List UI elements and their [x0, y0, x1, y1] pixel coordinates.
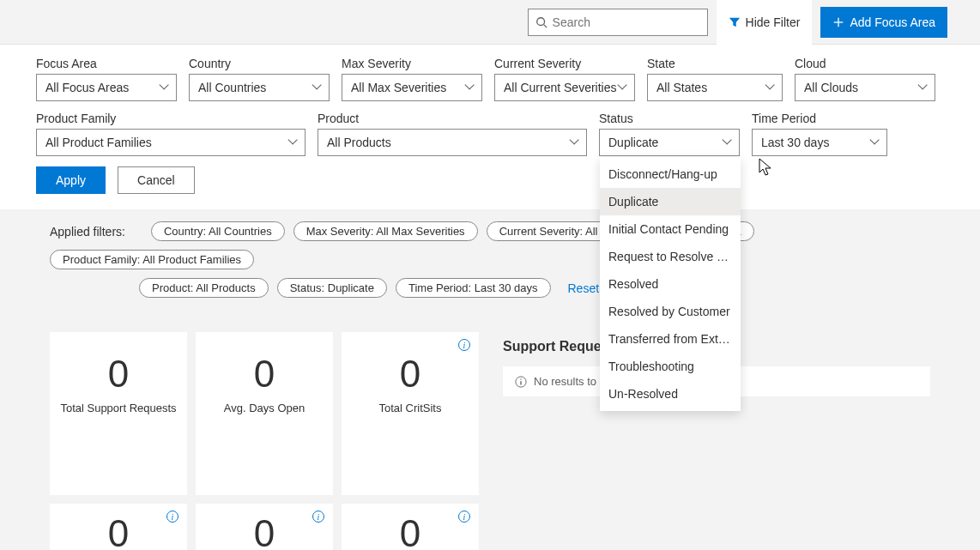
- metric-value: 0: [400, 512, 420, 550]
- filter-label: Current Severity: [494, 57, 635, 70]
- cancel-button[interactable]: Cancel: [118, 166, 195, 194]
- info-icon: [515, 376, 527, 388]
- info-icon[interactable]: i: [458, 511, 470, 523]
- applied-chip[interactable]: Status: Duplicate: [277, 278, 387, 298]
- filter-label: Country: [189, 57, 330, 70]
- filter-state: State All States: [647, 57, 783, 101]
- filter-panel: Focus Area All Focus Areas Country All C…: [0, 45, 980, 209]
- metric-value: 0: [108, 353, 129, 396]
- product-family-dropdown[interactable]: All Product Families: [36, 129, 305, 156]
- search-input[interactable]: [553, 15, 703, 29]
- svg-point-6: [520, 378, 521, 379]
- focus-area-dropdown[interactable]: All Focus Areas: [36, 74, 177, 101]
- chevron-down-icon: [569, 138, 578, 147]
- metric-label: Total CritSits: [372, 401, 449, 416]
- filter-label: Product: [318, 112, 587, 125]
- filter-focus-area: Focus Area All Focus Areas: [36, 57, 177, 101]
- status-dropdown-menu[interactable]: Disconnect/Hang-upDuplicateInitial Conta…: [600, 157, 741, 411]
- current-severity-dropdown[interactable]: All Current Severities: [494, 74, 635, 101]
- time-period-dropdown[interactable]: Last 30 days: [752, 129, 887, 156]
- cloud-dropdown[interactable]: All Clouds: [795, 74, 935, 101]
- applied-filters-label: Applied filters:: [50, 225, 125, 239]
- metric-card: 0Total Support Requests: [50, 332, 187, 495]
- state-dropdown[interactable]: All States: [647, 74, 783, 101]
- filter-status: Status Duplicate Disconnect/Hang-upDupli…: [599, 112, 740, 156]
- plus-icon: [832, 16, 844, 28]
- product-dropdown[interactable]: All Products: [318, 129, 587, 156]
- search-box[interactable]: [528, 9, 708, 36]
- status-option[interactable]: Duplicate: [600, 188, 741, 215]
- info-icon[interactable]: i: [458, 339, 470, 351]
- filter-country: Country All Countries: [189, 57, 330, 101]
- metric-value: 0: [108, 512, 129, 550]
- filter-label: Status: [599, 112, 740, 125]
- status-option[interactable]: Request to Resolve By C...: [600, 243, 741, 270]
- applied-chip[interactable]: Max Severity: All Max Severities: [293, 221, 478, 241]
- chevron-down-icon: [287, 138, 296, 147]
- filter-time-period: Time Period Last 30 days: [752, 112, 887, 156]
- metric-value: 0: [400, 353, 420, 396]
- add-focus-label: Add Focus Area: [850, 15, 935, 29]
- filter-label: Cloud: [795, 57, 935, 70]
- metric-card: i0Support Requests Open >10 Days: [50, 504, 187, 550]
- filter-label: State: [647, 57, 783, 70]
- chevron-down-icon: [722, 138, 730, 147]
- chevron-down-icon: [312, 83, 320, 92]
- status-option[interactable]: Transferred from External: [600, 325, 741, 353]
- filter-product: Product All Products: [318, 112, 587, 156]
- content-area: 0Total Support Requests0Avg. Days Openi0…: [0, 322, 980, 550]
- status-option[interactable]: Resolved: [600, 270, 741, 298]
- chevron-down-icon: [765, 83, 773, 92]
- filter-label: Focus Area: [36, 57, 177, 70]
- applied-filters-bar: Applied filters: Country: All Countries …: [0, 209, 980, 322]
- chevron-down-icon: [869, 138, 878, 147]
- metric-card: i0Total CritSits: [342, 332, 479, 495]
- metric-value: 0: [254, 353, 275, 396]
- status-option[interactable]: Initial Contact Pending: [600, 215, 741, 243]
- search-icon: [535, 16, 547, 28]
- metric-value: 0: [254, 512, 275, 550]
- country-dropdown[interactable]: All Countries: [189, 74, 330, 101]
- hide-filter-label: Hide Filter: [746, 15, 801, 29]
- applied-chip[interactable]: Product Family: All Product Families: [50, 250, 254, 269]
- metric-card: i0Crit Elapsed Minutes: [342, 504, 479, 550]
- max-severity-dropdown[interactable]: All Max Severities: [342, 74, 482, 101]
- chevron-down-icon: [159, 83, 167, 92]
- hide-filter-button[interactable]: Hide Filter: [717, 0, 813, 45]
- metric-card: i0Support Requests Without Contact >3: [196, 504, 333, 550]
- top-bar: Hide Filter Add Focus Area: [0, 0, 980, 45]
- status-option[interactable]: Troubleshooting: [600, 353, 741, 380]
- applied-chip[interactable]: Country: All Countries: [151, 221, 285, 241]
- info-icon[interactable]: i: [312, 511, 324, 523]
- metric-label: Total Support Requests: [53, 401, 183, 416]
- filter-label: Max Severity: [342, 57, 482, 70]
- status-option[interactable]: Disconnect/Hang-up: [600, 160, 741, 188]
- filter-cloud: Cloud All Clouds: [795, 57, 935, 101]
- filter-label: Product Family: [36, 112, 305, 125]
- metric-label: Avg. Days Open: [217, 401, 312, 416]
- chevron-down-icon: [464, 83, 473, 92]
- metric-cards-grid: 0Total Support Requests0Avg. Days Openi0…: [50, 332, 479, 550]
- filter-icon: [729, 16, 741, 28]
- svg-point-0: [536, 17, 544, 25]
- filter-current-severity: Current Severity All Current Severities: [494, 57, 635, 101]
- chevron-down-icon: [917, 83, 926, 92]
- status-dropdown[interactable]: Duplicate Disconnect/Hang-upDuplicateIni…: [599, 129, 740, 156]
- add-focus-area-button[interactable]: Add Focus Area: [820, 7, 947, 38]
- filter-max-severity: Max Severity All Max Severities: [342, 57, 482, 101]
- filter-label: Time Period: [752, 112, 887, 125]
- status-option[interactable]: Resolved by Customer: [600, 298, 741, 325]
- filter-product-family: Product Family All Product Families: [36, 112, 305, 156]
- status-option[interactable]: Un-Resolved: [600, 380, 741, 408]
- info-icon[interactable]: i: [166, 511, 178, 523]
- applied-chip[interactable]: Product: All Products: [139, 278, 269, 298]
- svg-line-1: [543, 24, 547, 27]
- apply-button[interactable]: Apply: [36, 166, 106, 194]
- metric-card: 0Avg. Days Open: [196, 332, 333, 495]
- chevron-down-icon: [617, 83, 626, 92]
- applied-chip[interactable]: Time Period: Last 30 days: [396, 278, 551, 298]
